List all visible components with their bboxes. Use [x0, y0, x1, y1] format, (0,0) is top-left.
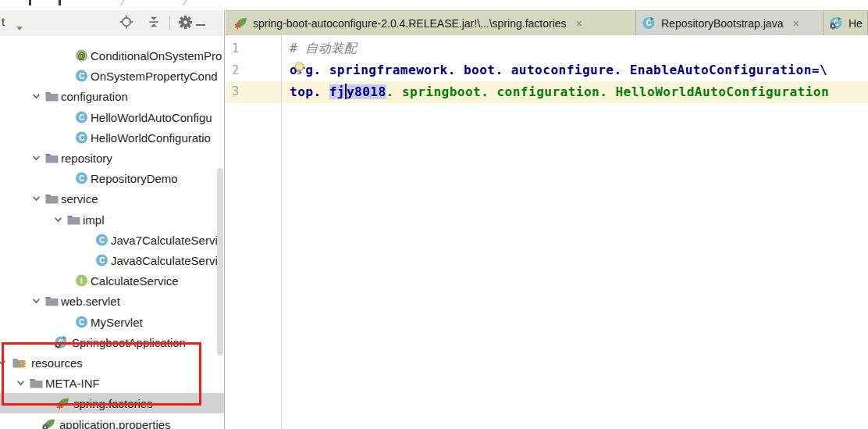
close-tab-icon[interactable]: ×	[576, 17, 582, 30]
tree-item-java8calculateservic[interactable]: CJava8CalculateServic	[0, 250, 225, 270]
folder-icon	[67, 213, 80, 225]
class-icon: C	[75, 315, 88, 328]
svg-text:C: C	[79, 133, 84, 141]
tree-item-spring-factories[interactable]: spring.factories	[0, 393, 225, 413]
tree-item-service[interactable]: service	[0, 188, 225, 209]
svg-text:C: C	[79, 174, 84, 183]
line-number: 2	[226, 60, 281, 82]
svg-text:C: C	[79, 113, 84, 121]
folder-icon	[45, 91, 59, 102]
collapse-all-icon[interactable]	[147, 15, 162, 30]
tree-item-java7calculateservic[interactable]: CJava7CalculateServic	[0, 230, 225, 250]
line-number: 1	[226, 38, 281, 60]
tree-item-repository[interactable]: repository	[0, 148, 225, 168]
tree-item-label: resources	[31, 356, 83, 370]
expand-chevron-icon[interactable]	[31, 296, 41, 306]
class-icon: C	[75, 70, 88, 83]
code-line-2[interactable]: org. springframework. boot. autoconfigur…	[283, 60, 868, 82]
code-line-1[interactable]: # 自动装配	[283, 38, 868, 60]
selected-text: fj	[329, 84, 345, 99]
tab-title: RepositoryBootstrap.java	[661, 17, 783, 30]
tree-item-calculateservice[interactable]: ICalculateService	[0, 270, 225, 291]
tree-item-application-properties[interactable]: application.properties	[0, 414, 225, 429]
expand-chevron-icon[interactable]	[31, 194, 41, 204]
tree-item-configuration[interactable]: configuration	[0, 86, 225, 106]
tab-title: spring-boot-autoconfigure-2.0.4.RELEASE.…	[253, 17, 567, 30]
tree-item-label: Java7CalculateServic	[111, 233, 223, 246]
tree-item-label: repository	[61, 152, 112, 165]
leaf-star-icon	[56, 397, 70, 410]
tree-item-label: OnSystemPropertyCond	[91, 70, 218, 83]
editor-tab-1[interactable]: CRepositoryBootstrap.java×	[636, 11, 824, 35]
tree-item-label: MyServlet	[91, 315, 143, 328]
tree-item-label: spring.factories	[73, 397, 153, 410]
svg-text:C: C	[99, 235, 105, 244]
intention-bulb-icon[interactable]	[293, 62, 305, 75]
class-icon: C	[75, 130, 88, 144]
editor-tab-bar: spring-boot-autoconfigure-2.0.4.RELEASE.…	[226, 10, 868, 35]
tree-item-resources[interactable]: resources	[0, 352, 225, 373]
class-run-gear-icon: C	[55, 335, 69, 349]
tree-item-conditionalonsystempro[interactable]: @ConditionalOnSystemPro	[0, 45, 225, 66]
ide-window: /////// t	[0, 0, 868, 429]
tree-item-label: HelloWorldAutoConfigu	[91, 110, 212, 123]
tree-item-web-servlet[interactable]: web.servlet	[0, 291, 225, 311]
tree-item-myservlet[interactable]: CMyServlet	[0, 312, 225, 332]
tree-item-label: impl	[83, 213, 105, 226]
tree-item-repositorydemo[interactable]: CRepositoryDemo	[0, 168, 225, 188]
tree-item-impl[interactable]: impl	[0, 209, 225, 230]
expand-chevron-icon[interactable]	[0, 358, 7, 368]
expand-chevron-icon[interactable]	[16, 378, 26, 388]
tree-item-label: web.servlet	[61, 295, 120, 308]
tree-item-label: ConditionalOnSystemPro	[91, 49, 222, 63]
svg-text:@: @	[78, 52, 86, 60]
svg-text:C: C	[79, 72, 84, 80]
clipped-breadcrumb-fragment: /	[121, 0, 124, 8]
clipped-breadcrumb-fragment	[29, 0, 31, 5]
close-tab-icon[interactable]: ×	[792, 17, 799, 30]
project-panel-header: t	[0, 10, 225, 36]
editor-pane: spring-boot-autoconfigure-2.0.4.RELEASE.…	[226, 0, 868, 429]
editor-tab-2[interactable]: CHe	[824, 11, 868, 35]
folder-icon	[45, 152, 59, 164]
class-icon: C	[75, 172, 88, 185]
clipped-breadcrumb-fragment: /	[183, 0, 187, 8]
tree-item-label: SpringbootApplication	[72, 335, 186, 349]
svg-text:C: C	[99, 256, 105, 265]
class-icon: C	[95, 233, 108, 246]
tree-item-helloworldautoconfigu[interactable]: CHelloWorldAutoConfigu	[0, 107, 225, 127]
editor-code-area[interactable]: # 自动装配org. springframework. boot. autoco…	[283, 35, 868, 429]
project-panel: t	[0, 10, 225, 429]
editor-gutter: 123	[226, 35, 282, 429]
expand-chevron-icon[interactable]	[53, 214, 63, 224]
tree-item-label: Java8CalculateServic	[111, 254, 223, 267]
tree-item-label: service	[61, 192, 98, 206]
tree-item-onsystempropertycond[interactable]: COnSystemPropertyCond	[0, 66, 225, 86]
code-text: # 自动装配	[290, 41, 357, 55]
folder-icon	[45, 193, 59, 205]
toolbar-separator	[169, 16, 170, 30]
editor-tab-0[interactable]: spring-boot-autoconfigure-2.0.4.RELEASE.…	[228, 11, 636, 35]
leaf-star-icon	[234, 16, 248, 30]
annotation-icon: @	[75, 49, 88, 63]
leaf-gear-icon	[42, 417, 56, 429]
tree-item-springbootapplication[interactable]: CSpringbootApplication	[0, 332, 225, 352]
expand-chevron-icon[interactable]	[31, 153, 41, 163]
tree-item-meta-inf[interactable]: META-INF	[0, 373, 225, 393]
expand-chevron-icon[interactable]	[31, 91, 41, 102]
folder-icon	[30, 377, 43, 389]
clipped-breadcrumb-fragment	[59, 0, 61, 5]
tree-item-label: configuration	[61, 90, 128, 103]
folder-res-icon	[12, 357, 27, 369]
code-line-3[interactable]: top. fjy8018. springboot. configuration.…	[283, 81, 868, 103]
tree-item-helloworldconfiguratio[interactable]: CHelloWorldConfiguratio	[0, 127, 225, 148]
class-run-gear-icon: C	[830, 16, 844, 30]
hide-panel-icon[interactable]	[195, 18, 211, 34]
folder-icon	[45, 295, 59, 307]
settings-gear-icon[interactable]	[178, 15, 194, 30]
class-icon: C	[95, 254, 108, 267]
tree-item-label: application.properties	[59, 417, 171, 429]
project-view-selector[interactable]: t	[2, 15, 5, 28]
tree-scrollbar[interactable]	[217, 168, 223, 356]
locate-file-icon[interactable]	[119, 15, 135, 30]
